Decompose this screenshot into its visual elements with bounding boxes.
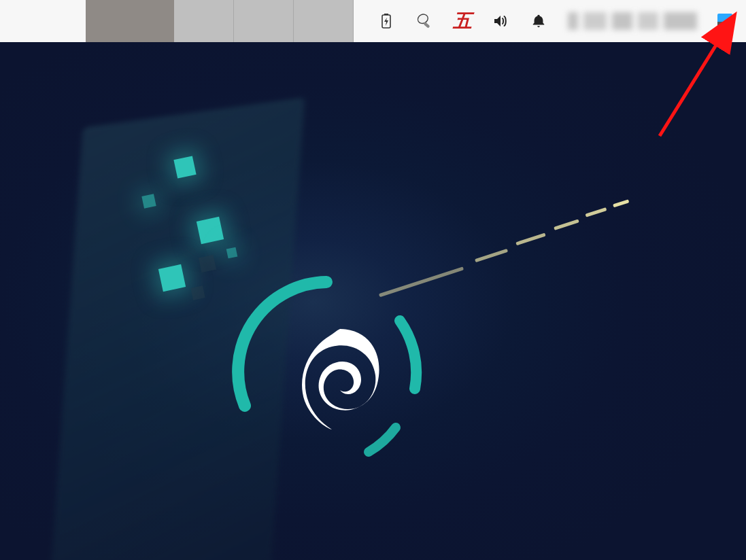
desktop-wallpaper [0, 42, 746, 560]
debian-swirl-icon [292, 322, 388, 438]
volume-icon[interactable] [492, 12, 509, 30]
user-session-label[interactable] [568, 12, 697, 30]
taskbar-item-active[interactable] [86, 0, 174, 42]
panel-left-spacer [0, 0, 86, 42]
battery-charging-icon[interactable] [377, 12, 395, 30]
top-panel: 五 [0, 0, 746, 42]
svg-rect-1 [384, 14, 388, 15]
taskbar-item[interactable] [234, 0, 294, 42]
workspace-switcher-icon[interactable] [717, 14, 732, 29]
wallpaper-graphics [0, 42, 746, 560]
taskbar-items [86, 0, 354, 42]
bell-icon[interactable] [530, 12, 547, 30]
system-tray: 五 [377, 0, 746, 42]
search-icon[interactable] [416, 12, 433, 30]
taskbar-item[interactable] [294, 0, 354, 42]
svg-point-2 [416, 13, 429, 25]
taskbar-item[interactable] [174, 0, 234, 42]
ime-indicator[interactable]: 五 [454, 12, 471, 30]
